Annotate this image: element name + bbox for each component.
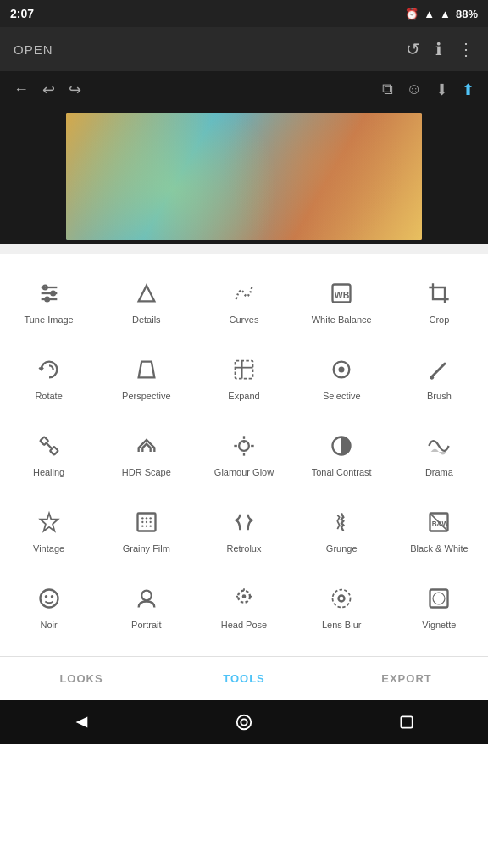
open-button[interactable]: OPEN [14,42,53,57]
tab-export[interactable]: EXPORT [325,657,488,700]
white-balance-label: White Balance [312,314,372,326]
hdr-scape-icon [135,431,158,461]
svg-rect-57 [401,716,412,727]
vignette-icon [427,583,451,614]
tool-vignette[interactable]: Vignette [391,573,488,649]
tool-hdr-scape[interactable]: HDR Scape [97,420,195,497]
redo-icon[interactable]: ↪ [69,81,81,99]
tools-section: Tune ImageDetailsCurvesWBWhite BalanceCr… [0,254,488,656]
grunge-label: Grunge [326,542,358,554]
noir-label: Noir [41,619,58,631]
editor-nav-right: ⧉ ☺ ⬇ ⬆ [382,81,474,99]
svg-marker-10 [138,362,154,378]
tool-curves[interactable]: Curves [195,268,292,344]
svg-point-38 [149,526,151,527]
tool-black-white[interactable]: B&WBlack & White [391,497,488,573]
nav-back-button[interactable] [63,704,100,741]
tab-tools[interactable]: TOOLS [163,657,325,700]
bottom-tabs: LOOKS TOOLS EXPORT [0,656,488,700]
svg-point-15 [339,367,345,373]
share-icon[interactable]: ⬆ [462,81,474,99]
curves-label: Curves [230,314,259,326]
tool-portrait[interactable]: Portrait [97,573,195,649]
tool-vintage[interactable]: Vintage [0,497,97,573]
tool-details[interactable]: Details [97,268,195,344]
vintage-label: Vintage [33,542,64,554]
head-pose-label: Head Pose [221,619,267,631]
tool-perspective[interactable]: Perspective [97,344,195,420]
svg-text:WB: WB [335,290,350,300]
tool-head-pose[interactable]: Head Pose [195,573,292,649]
svg-marker-54 [76,717,88,728]
nav-home-button[interactable] [225,704,263,741]
tool-brush[interactable]: Brush [391,344,488,420]
details-icon [135,278,158,309]
alarm-icon: ⏰ [405,8,419,20]
svg-line-20 [46,443,52,449]
glamour-glow-label: Glamour Glow [214,466,274,478]
history-icon[interactable]: ↺ [406,39,420,59]
svg-point-35 [149,521,151,523]
tune-image-label: Tune Image [24,314,73,326]
tool-retrolux[interactable]: Retrolux [195,497,292,573]
white-balance-icon: WB [330,278,353,309]
battery-icon: 88% [456,8,478,20]
black-white-label: Black & White [410,542,468,554]
svg-point-37 [146,526,147,527]
svg-point-17 [430,376,435,380]
tool-expand[interactable]: Expand [195,344,292,420]
svg-point-56 [241,719,247,725]
tool-white-balance[interactable]: WBWhite Balance [293,268,391,344]
svg-rect-11 [235,361,252,379]
preview-canvas [66,113,422,240]
download-icon[interactable]: ⬇ [435,81,448,99]
tool-glamour-glow[interactable]: Glamour Glow [195,420,292,497]
copy-icon[interactable]: ⧉ [382,81,393,99]
tool-rotate[interactable]: Rotate [0,344,97,420]
tool-noir[interactable]: Noir [0,573,97,649]
head-pose-icon [232,583,256,614]
nav-recents-button[interactable] [388,704,425,741]
tool-drama[interactable]: Drama [391,420,488,497]
signal-icon: ▲ [440,8,451,20]
info-icon[interactable]: ℹ [435,39,442,59]
retrolux-icon [232,507,256,537]
more-icon[interactable]: ⋮ [458,39,474,59]
svg-point-50 [333,590,351,608]
svg-point-33 [141,521,143,523]
healing-icon [37,431,61,461]
tool-tonal-contrast[interactable]: Tonal Contrast [293,420,391,497]
tool-crop[interactable]: Crop [391,268,488,344]
editor-nav-left: ← ↩ ↪ [14,81,81,99]
tool-healing[interactable]: Healing [0,420,97,497]
crop-icon [427,278,451,309]
selective-icon [330,354,353,385]
svg-point-55 [237,715,252,730]
status-icons: ⏰ ▲ ▲ 88% [405,8,478,20]
tool-selective[interactable]: Selective [293,344,391,420]
tab-looks[interactable]: LOOKS [0,657,163,700]
undo-icon[interactable]: ↩ [42,81,55,99]
drama-label: Drama [425,466,453,478]
rotate-label: Rotate [35,390,62,402]
face-icon[interactable]: ☺ [407,81,422,99]
svg-point-34 [146,521,147,523]
svg-point-26 [242,441,246,444]
tool-tune-image[interactable]: Tune Image [0,268,97,344]
status-bar: 2:07 ⏰ ▲ ▲ 88% [0,0,488,27]
vignette-label: Vignette [422,619,456,631]
tools-grid: Tune ImageDetailsCurvesWBWhite BalanceCr… [0,268,488,649]
back-icon[interactable]: ← [14,81,29,99]
vintage-icon [37,507,61,537]
tool-lens-blur[interactable]: Lens Blur [293,573,391,649]
svg-rect-53 [433,593,445,604]
tool-grunge[interactable]: Grunge [293,497,391,573]
noir-icon [37,583,61,614]
crop-label: Crop [429,314,449,326]
section-divider [0,244,488,254]
portrait-label: Portrait [131,619,161,631]
tool-grainy-film[interactable]: Grainy Film [97,497,195,573]
svg-point-31 [146,517,147,519]
grainy-film-label: Grainy Film [123,542,170,554]
brush-icon [427,354,451,385]
